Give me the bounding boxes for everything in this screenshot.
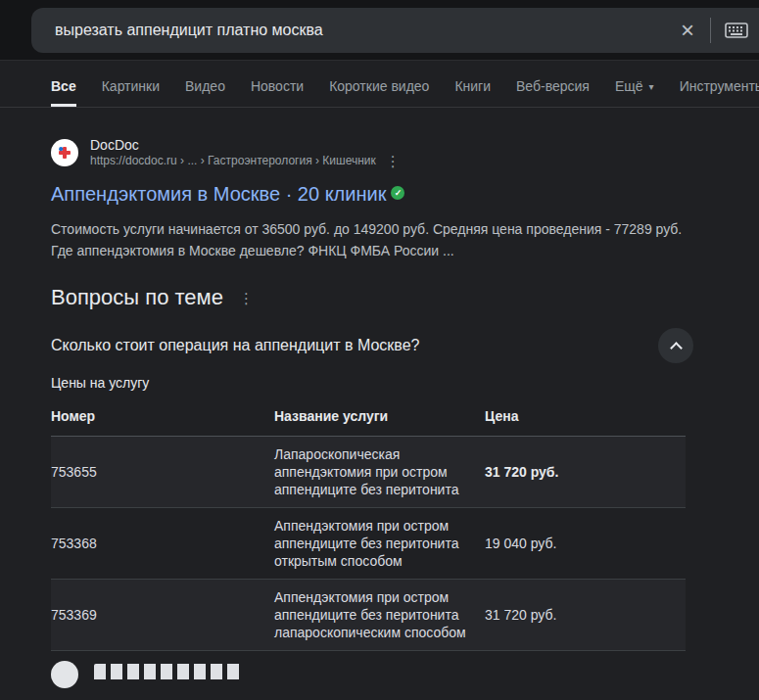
table-header-row: Номер Название услуги Цена — [51, 402, 686, 437]
tab-books[interactable]: Книги — [454, 78, 491, 107]
partial-result-title — [94, 664, 243, 679]
service-price: 19 040 руб. — [485, 508, 686, 580]
docdoc-favicon-icon — [51, 139, 78, 166]
site-name: DocDoc — [90, 137, 401, 154]
paa-heading: Вопросы по теме — [51, 285, 223, 310]
chevron-up-icon — [670, 342, 683, 354]
result-title-row: Аппендэктомия в Москве · 20 клиник✓ — [51, 182, 759, 207]
col-header-number: Номер — [51, 402, 274, 437]
service-name: Аппендэктомия при остром аппендиците без… — [274, 508, 485, 580]
result-type-tabs: Все Картинки Видео Новости Короткие виде… — [0, 61, 759, 108]
tab-all[interactable]: Все — [51, 78, 76, 107]
result-title-link[interactable]: Аппендэктомия в Москве · 20 клиник — [51, 183, 386, 205]
tab-web-version[interactable]: Веб-версия — [516, 78, 590, 107]
table-row: 753368 Аппендэктомия при остром аппендиц… — [51, 508, 686, 580]
price-table-caption: Цены на услугу — [51, 375, 759, 391]
tab-more[interactable]: Ещё ▾ — [615, 78, 654, 107]
collapse-answer-button[interactable] — [658, 328, 693, 363]
service-name: Лапароскопическая аппендэктомия при остр… — [274, 437, 485, 508]
people-also-ask: Вопросы по теме ⋮ Сколько стоит операция… — [51, 285, 759, 651]
partial-result-favicon-icon — [51, 661, 78, 688]
breadcrumb[interactable]: https://docdoc.ru › ... › Гастроэнтероло… — [90, 154, 376, 168]
service-name: Аппендэктомия при остром аппендиците без… — [274, 580, 485, 651]
tab-short-videos[interactable]: Короткие видео — [329, 78, 429, 107]
search-header: вырезать аппендицит платно москва × — [0, 0, 759, 61]
tab-videos[interactable]: Видео — [185, 78, 225, 107]
tab-tools[interactable]: Инструменты — [680, 78, 759, 107]
search-input[interactable]: вырезать аппендицит платно москва — [55, 22, 679, 39]
search-result-docdoc: DocDoc https://docdoc.ru › ... › Гастроэ… — [51, 137, 759, 261]
service-price: 31 720 руб. — [485, 580, 686, 651]
col-header-price: Цена — [485, 402, 686, 437]
table-row: 753655 Лапароскопическая аппендэктомия п… — [51, 437, 686, 508]
keyboard-icon[interactable] — [725, 22, 748, 39]
col-header-service: Название услуги — [274, 402, 485, 437]
tab-news[interactable]: Новости — [251, 78, 304, 107]
service-number: 753655 — [51, 437, 274, 508]
result-source[interactable]: DocDoc https://docdoc.ru › ... › Гастроэ… — [51, 137, 759, 168]
service-price: 31 720 руб. — [485, 437, 686, 508]
price-table: Номер Название услуги Цена 753655 Лапаро… — [51, 402, 686, 651]
result-snippet: Стоимость услуги начинается от 36500 руб… — [51, 218, 692, 261]
service-number: 753369 — [51, 580, 274, 651]
clear-search-icon[interactable]: × — [679, 19, 696, 42]
site-meta: DocDoc https://docdoc.ru › ... › Гастроэ… — [90, 137, 401, 168]
paa-question: Сколько стоит операция на аппендицит в М… — [51, 337, 419, 354]
result-menu-icon[interactable]: ⋮ — [386, 154, 401, 168]
search-bar[interactable]: вырезать аппендицит платно москва × — [31, 8, 759, 53]
paa-menu-icon[interactable]: ⋮ — [239, 291, 254, 305]
service-number: 753368 — [51, 508, 274, 580]
tab-images[interactable]: Картинки — [102, 78, 160, 107]
table-row: 753369 Аппендэктомия при остром аппендиц… — [51, 580, 686, 651]
chevron-down-icon: ▾ — [649, 81, 654, 92]
search-results: DocDoc https://docdoc.ru › ... › Гастроэ… — [0, 108, 759, 688]
paa-question-row[interactable]: Сколько стоит операция на аппендицит в М… — [51, 328, 693, 363]
partial-search-result[interactable] — [51, 661, 759, 688]
rating-badge-icon: ✓ — [391, 186, 404, 200]
search-bar-divider — [710, 18, 711, 43]
